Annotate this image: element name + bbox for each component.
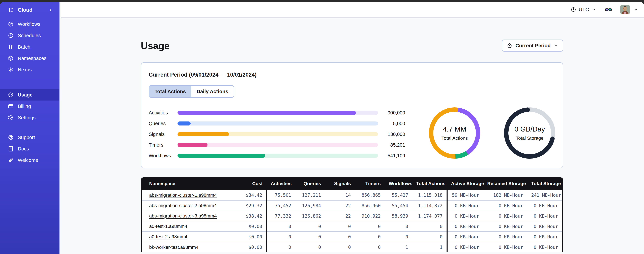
value-cell: $34.42 xyxy=(236,190,267,200)
tab-daily-actions[interactable]: Daily Actions xyxy=(191,86,234,97)
welcome-icon xyxy=(8,157,14,163)
user-menu[interactable] xyxy=(620,5,638,14)
sidebar-item-workflows[interactable]: Workflows xyxy=(0,18,59,30)
chevron-down-icon xyxy=(554,43,558,48)
sidebar-account-section: UsageBillingSettings xyxy=(0,89,59,123)
value-cell: 0 xyxy=(355,221,385,232)
feedback-glasses-icon[interactable] xyxy=(605,6,612,13)
bar-fill xyxy=(178,154,265,158)
settings-icon xyxy=(8,114,14,121)
value-cell: 75,501 xyxy=(267,190,295,200)
chevron-down-icon xyxy=(591,7,596,12)
value-cell: 0 xyxy=(295,232,325,242)
sidebar-item-nexus[interactable]: Nexus xyxy=(0,64,59,76)
value-cell: 0 KB-Hour xyxy=(447,232,483,242)
timezone-selector[interactable]: UTC xyxy=(570,7,596,12)
value-cell: 75,452 xyxy=(267,200,295,211)
value-cell: 55,427 xyxy=(385,190,412,200)
table-row: a0-test-1.a98mm4$0.000000000 KB-Hour0 KB… xyxy=(142,221,562,232)
value-cell: 1 xyxy=(412,242,447,252)
sidebar-item-usage[interactable]: Usage xyxy=(0,89,59,100)
period-selector-label: Current Period xyxy=(516,43,551,48)
sidebar-collapse-icon[interactable] xyxy=(48,8,53,12)
value-cell: 0 xyxy=(355,232,385,242)
sidebar-item-welcome[interactable]: Welcome xyxy=(0,154,59,166)
stopwatch-icon xyxy=(507,43,512,48)
namespace-cell: abs-migration-cluster-3.a98mm4 xyxy=(142,211,236,221)
actions-tabs: Total ActionsDaily Actions xyxy=(149,85,234,98)
sidebar-item-schedules[interactable]: Schedules xyxy=(0,30,59,41)
avatar[interactable] xyxy=(620,5,630,14)
value-cell: 59 MB-Hour xyxy=(447,190,483,200)
sidebar-item-support[interactable]: Support xyxy=(0,132,59,143)
bar-label: Signals xyxy=(149,132,178,137)
namespace-link[interactable]: abs-migration-cluster-2.a98mm4 xyxy=(149,203,217,208)
value-cell: 22 xyxy=(325,200,355,211)
value-cell: 0 xyxy=(267,232,295,242)
value-cell: 0 KB-Hour xyxy=(483,242,527,252)
value-cell: 0 xyxy=(267,242,295,252)
bar-label: Queries xyxy=(149,121,178,126)
sidebar-item-namespaces[interactable]: Namespaces xyxy=(0,52,59,64)
bar-track xyxy=(178,143,378,147)
table-body: abs-migration-cluster-1.a98mm4$34.4275,5… xyxy=(142,190,562,252)
sidebar-item-billing[interactable]: Billing xyxy=(0,100,59,112)
usage-bar-row: Queries5,000 xyxy=(149,118,405,129)
table-row: abs-migration-cluster-1.a98mm4$34.4275,5… xyxy=(142,190,562,200)
bar-fill xyxy=(178,143,208,147)
value-cell: 0 xyxy=(295,242,325,252)
value-cell: 0 KB-Hour xyxy=(527,221,562,232)
namespaces-icon xyxy=(8,55,14,61)
brand-label: Cloud xyxy=(18,7,48,13)
sidebar-item-label: Batch xyxy=(18,44,30,50)
value-cell: 856,960 xyxy=(355,200,385,211)
value-cell: 910,922 xyxy=(355,211,385,221)
namespace-link[interactable]: a0-test-1.a98mm4 xyxy=(149,224,187,229)
sidebar-item-label: Billing xyxy=(18,104,31,109)
total-actions-value: 4.7 MM xyxy=(443,125,466,133)
value-cell: 0 KB-Hour xyxy=(447,200,483,211)
sidebar-item-label: Docs xyxy=(18,146,29,152)
card-title: Current Period (09/01/2024 — 10/01/2024) xyxy=(149,72,555,78)
namespace-link[interactable]: a0-test-2.a98mm4 xyxy=(149,234,187,239)
column-header-cost: Cost xyxy=(236,177,267,190)
sidebar-item-label: Schedules xyxy=(18,33,41,38)
table-row: abs-migration-cluster-2.a98mm4$29.3275,4… xyxy=(142,200,562,211)
value-cell: 1,174,077 xyxy=(412,211,447,221)
value-cell: 0 KB-Hour xyxy=(483,211,527,221)
column-header-timers: Timers xyxy=(355,177,385,190)
bar-track xyxy=(178,132,378,136)
value-cell: 0 KB-Hour xyxy=(483,200,527,211)
support-icon xyxy=(8,134,14,140)
sidebar-item-settings[interactable]: Settings xyxy=(0,112,59,123)
namespace-link[interactable]: bk-worker-test.a98mm4 xyxy=(149,244,198,250)
column-header-activities: Activities xyxy=(267,177,295,190)
sidebar-item-docs[interactable]: Docs xyxy=(0,143,59,154)
value-cell: 0 xyxy=(355,242,385,252)
value-cell: 0 KB-Hour xyxy=(447,242,483,252)
bar-fill xyxy=(178,111,356,115)
value-cell: 0 KB-Hour xyxy=(447,221,483,232)
namespace-cell: a0-test-1.a98mm4 xyxy=(142,221,236,232)
total-storage-label: Total Storage xyxy=(516,136,544,141)
value-cell: 126,984 xyxy=(295,200,325,211)
period-selector-button[interactable]: Current Period xyxy=(502,40,563,52)
usage-bar-row: Timers85,201 xyxy=(149,140,405,150)
tab-total-actions[interactable]: Total Actions xyxy=(149,86,191,97)
value-cell: 0 KB-Hour xyxy=(527,200,562,211)
value-cell: 0 xyxy=(412,232,447,242)
value-cell: 0 xyxy=(267,221,295,232)
sidebar-item-label: Namespaces xyxy=(18,56,46,61)
sidebar-item-batch[interactable]: Batch xyxy=(0,41,59,52)
usage-bar-row: Activities900,000 xyxy=(149,108,405,118)
value-cell: 58,939 xyxy=(385,211,412,221)
column-header-active-storage: Active Storage xyxy=(447,177,483,190)
sidebar: Cloud WorkflowsSchedulesBatchNamespacesN… xyxy=(0,2,60,254)
column-header-workflows: Workflows xyxy=(385,177,412,190)
namespace-link[interactable]: abs-migration-cluster-1.a98mm4 xyxy=(149,192,217,198)
docs-icon xyxy=(8,146,14,152)
bar-value: 900,000 xyxy=(378,110,405,116)
value-cell: 127,211 xyxy=(295,190,325,200)
namespace-link[interactable]: abs-migration-cluster-3.a98mm4 xyxy=(149,213,217,218)
batch-icon xyxy=(8,44,14,50)
